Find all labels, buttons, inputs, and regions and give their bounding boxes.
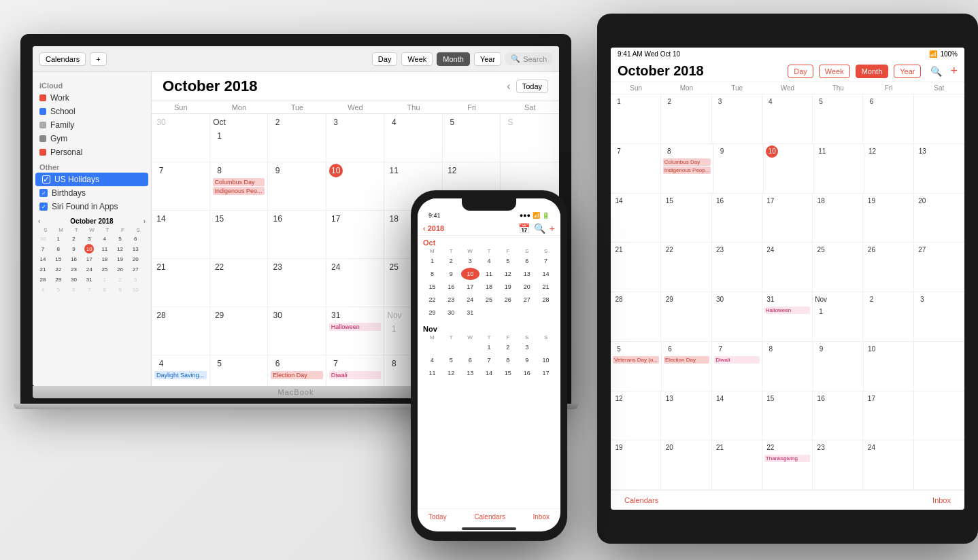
iphone-oct-8[interactable]: 8 (423, 268, 441, 280)
mini-day-25[interactable]: 25 (100, 264, 109, 274)
ipad-day-27[interactable]: 27 (914, 243, 964, 292)
iphone-oct-5[interactable]: 5 (499, 255, 517, 267)
ipad-day-7[interactable]: 7 (611, 144, 661, 193)
mac-day-7[interactable]: 7 (152, 162, 210, 210)
ipad-day-6[interactable]: 6 (863, 94, 913, 143)
mini-day-n9[interactable]: 9 (116, 285, 125, 294)
mac-day-22[interactable]: 22 (210, 259, 269, 307)
iphone-add-icon[interactable]: + (550, 223, 555, 234)
ipad-thanksgiving-event[interactable]: Thanksgiving (764, 455, 810, 462)
mac-day-5[interactable]: 5 (443, 114, 501, 162)
mini-day-27[interactable]: 27 (131, 264, 140, 274)
mini-day-28[interactable]: 28 (38, 275, 48, 284)
ipad-day-nov22[interactable]: 22 Thanksgiving (762, 440, 813, 489)
iphone-nov-5[interactable]: 5 (442, 354, 460, 366)
iphone-oct-3[interactable]: 3 (461, 255, 479, 267)
iphone-nov-9[interactable]: 9 (518, 354, 536, 366)
iphone-oct-9[interactable]: 9 (442, 268, 460, 280)
ipad-day-14[interactable]: 14 (611, 194, 661, 243)
iphone-oct-31[interactable]: 31 (461, 307, 479, 319)
ipad-search-icon[interactable]: 🔍 (930, 66, 942, 77)
iphone-oct-20[interactable]: 20 (518, 281, 536, 293)
ipad-day-nov8[interactable]: 8 (762, 342, 813, 391)
ipad-day-15[interactable]: 15 (661, 194, 711, 243)
ipad-day-nov17sat[interactable] (914, 391, 964, 440)
mini-day-2[interactable]: 2 (69, 234, 78, 243)
ipad-day-nov17[interactable]: 17 (863, 391, 913, 440)
iphone-oct-11[interactable]: 11 (480, 268, 499, 280)
iphone-calendar-icon[interactable]: 📅 (518, 223, 530, 234)
iphone-oct-10[interactable]: 10 (461, 268, 479, 280)
mac-day-30[interactable]: 30 (268, 307, 326, 355)
ipad-day-1[interactable]: 1 (611, 94, 661, 143)
mac-day-14[interactable]: 14 (152, 211, 210, 258)
mini-day-18[interactable]: 18 (100, 254, 109, 264)
mini-day-19[interactable]: 19 (116, 254, 125, 264)
iphone-oct-26[interactable]: 26 (499, 294, 517, 306)
month-view-button[interactable]: Month (437, 52, 470, 66)
ipad-day-5[interactable]: 5 (813, 94, 863, 143)
sidebar-item-family[interactable]: Family (33, 118, 151, 132)
columbus-day-event[interactable]: Columbus Day (213, 178, 265, 186)
mac-day-28[interactable]: 28 (152, 307, 210, 355)
iphone-oct-22[interactable]: 22 (423, 294, 441, 306)
ipad-day-22[interactable]: 22 (661, 243, 711, 292)
iphone-oct-2[interactable]: 2 (442, 255, 460, 267)
mini-day-17[interactable]: 17 (84, 254, 94, 264)
ipad-day-nov5[interactable]: 5 Veterans Day (o... (611, 342, 662, 391)
iphone-nov-14[interactable]: 14 (480, 367, 499, 379)
mini-day-n2[interactable]: 2 (116, 275, 125, 284)
ipad-add-icon[interactable]: + (950, 64, 958, 78)
mac-day-8[interactable]: 8 Columbus Day Indigenous Peo... (210, 162, 269, 210)
mini-day-16[interactable]: 16 (69, 254, 78, 264)
mini-day-8[interactable]: 8 (54, 244, 63, 253)
iphone-nov-16[interactable]: 16 (518, 367, 536, 379)
iphone-nov-8[interactable]: 8 (499, 354, 517, 366)
iphone-oct-30[interactable]: 30 (442, 307, 460, 319)
daylight-event[interactable]: Daylight Saving... (154, 371, 207, 379)
ipad-day-nov15[interactable]: 15 (762, 391, 813, 440)
ipad-day-nov2[interactable]: 2 (863, 292, 913, 341)
ipad-day-nov12[interactable]: 12 (611, 391, 661, 440)
mac-day-nov6[interactable]: 6 Election Day (268, 355, 326, 386)
mini-day-10[interactable]: 10 (84, 244, 94, 253)
ipad-day-12[interactable]: 12 (864, 144, 915, 193)
ipad-day-26[interactable]: 26 (863, 243, 913, 292)
day-view-button[interactable]: Day (372, 52, 398, 66)
search-box[interactable]: 🔍 Search (505, 52, 552, 65)
mac-day-3[interactable]: 3 (326, 114, 385, 162)
election-day-event[interactable]: Election Day (271, 371, 323, 379)
sidebar-item-siri[interactable]: ✓ Siri Found in Apps (33, 200, 151, 213)
ipad-day-8[interactable]: 8 Columbus Day Indigenous Peop... (661, 144, 714, 193)
mac-day-9[interactable]: 9 (268, 162, 326, 210)
iphone-nov-17[interactable]: 17 (537, 367, 555, 379)
iphone-nov-3[interactable]: 3 (518, 341, 536, 353)
ipad-day-nov1[interactable]: Nov 1 (813, 292, 863, 341)
ipad-day-nov20[interactable]: 20 (661, 440, 711, 489)
iphone-oct-6[interactable]: 6 (518, 255, 536, 267)
mac-day-oct1[interactable]: Oct 1 (210, 114, 269, 162)
iphone-oct-29[interactable]: 29 (423, 307, 441, 319)
ipad-day-nov10[interactable]: 10 (864, 342, 914, 391)
mini-day-n7[interactable]: 7 (84, 285, 94, 294)
ipad-day-9[interactable]: 9 (713, 144, 764, 193)
iphone-inbox-button[interactable]: Inbox (533, 513, 550, 521)
mini-day-21[interactable]: 21 (38, 264, 48, 274)
mini-day-20[interactable]: 20 (131, 254, 140, 264)
mini-day-30[interactable]: 30 (38, 234, 48, 243)
sidebar-item-personal[interactable]: Personal (33, 145, 151, 159)
calendars-button[interactable]: Calendars (39, 52, 86, 66)
mac-day-30prev[interactable]: 30 (152, 114, 210, 162)
iphone-nov-1[interactable]: 1 (480, 341, 499, 353)
ipad-day-6sat[interactable] (914, 94, 964, 143)
ipad-day-4[interactable]: 4 (762, 94, 813, 143)
ipad-day-25[interactable]: 25 (813, 243, 863, 292)
iphone-nov-2[interactable]: 2 (499, 341, 517, 353)
mac-day-21[interactable]: 21 (152, 259, 210, 307)
ipad-inbox-button[interactable]: Inbox (932, 496, 951, 504)
ipad-day-nov3[interactable]: 3 (914, 292, 964, 341)
iphone-oct-14[interactable]: 14 (537, 268, 555, 280)
mac-day-2[interactable]: 2 (268, 114, 326, 162)
iphone-oct-16[interactable]: 16 (442, 281, 460, 293)
mini-day-9[interactable]: 9 (69, 244, 78, 253)
